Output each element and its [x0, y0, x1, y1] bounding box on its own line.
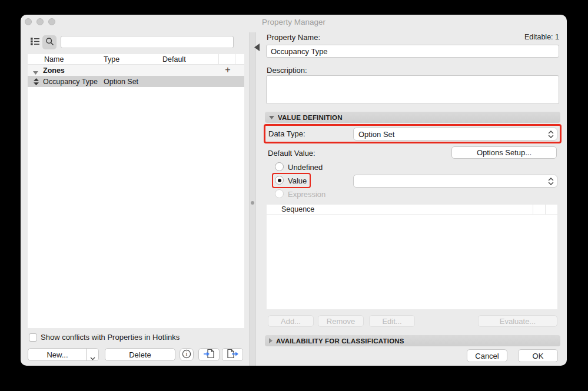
property-row-occupancy-type[interactable]: Occupancy Type Option Set [28, 76, 244, 87]
radio-expression [275, 189, 284, 198]
table-header-row: Name Type Default [28, 54, 244, 65]
search-toggle-button[interactable] [42, 35, 57, 49]
radio-undefined[interactable] [275, 162, 284, 171]
cancel-button-label: Cancel [475, 352, 499, 360]
tree-list-icon [30, 37, 40, 48]
sequence-table: Sequence [267, 205, 557, 309]
new-button[interactable]: New... [28, 348, 99, 361]
tree-view-button[interactable] [28, 35, 42, 49]
add-button: Add... [268, 315, 314, 327]
add-button-label: Add... [281, 317, 301, 326]
column-divider [545, 205, 546, 215]
value-dropdown[interactable] [353, 175, 557, 188]
remove-button-label: Remove [327, 317, 355, 326]
sequence-header-row: Sequence [267, 205, 557, 215]
edit-button: Edit... [369, 315, 415, 327]
reorder-handle-icon[interactable] [34, 78, 39, 87]
show-conflicts-checkbox[interactable] [29, 333, 37, 342]
delete-button-label: Delete [129, 350, 151, 359]
info-button[interactable]: i [180, 348, 194, 361]
remove-button: Remove [318, 315, 364, 327]
button-divider [86, 349, 87, 360]
radio-expression-label: Expression [288, 190, 325, 199]
edit-button-label: Edit... [382, 317, 401, 326]
data-type-value: Option Set [358, 130, 394, 139]
description-input[interactable] [266, 75, 559, 104]
property-manager-window: Property Manager Name Type Defa [21, 15, 567, 366]
column-header-name[interactable]: Name [44, 55, 64, 64]
editable-count: Editable: 1 [524, 33, 559, 41]
group-row-zones[interactable]: Zones + [28, 65, 244, 76]
availability-header[interactable]: AVAILABILITY FOR CLASSIFICATIONS [265, 335, 560, 346]
show-conflicts-label: Show conflicts with Properties in Hotlin… [41, 333, 180, 342]
data-type-dropdown[interactable]: Option Set [353, 128, 557, 141]
sequence-column-header[interactable]: Sequence [281, 205, 314, 213]
options-setup-button[interactable]: Options Setup... [451, 146, 557, 159]
column-divider [218, 54, 219, 65]
add-property-button[interactable]: + [222, 65, 234, 76]
value-definition-title: VALUE DEFINITION [278, 114, 343, 121]
stepper-icon [548, 130, 554, 141]
evaluate-button: Evaluate... [478, 315, 557, 327]
collapse-panel-icon[interactable] [254, 43, 260, 54]
options-setup-label: Options Setup... [477, 148, 531, 157]
default-value-label: Default Value: [268, 149, 315, 158]
disclosure-down-icon[interactable] [33, 68, 38, 76]
splitter-grip[interactable] [251, 201, 254, 205]
radio-value[interactable] [275, 176, 284, 185]
evaluate-button-label: Evaluate... [500, 317, 536, 326]
disclosure-right-icon [269, 338, 273, 343]
search-icon [45, 37, 54, 48]
chevron-down-icon[interactable] [90, 353, 95, 362]
property-type-cell: Option Set [104, 78, 138, 86]
export-icon [227, 349, 239, 360]
property-name-cell: Occupancy Type [43, 78, 98, 86]
properties-table: Name Type Default Zones + Occupancy Type… [28, 54, 244, 328]
info-icon: i [182, 349, 191, 360]
new-button-label: New... [46, 350, 68, 359]
radio-value-label: Value [288, 176, 307, 185]
description-label: Description: [267, 66, 307, 75]
column-header-default[interactable]: Default [162, 55, 186, 64]
stepper-icon [548, 177, 554, 188]
delete-button[interactable]: Delete [105, 348, 175, 361]
disclosure-down-icon [269, 116, 274, 119]
ok-button[interactable]: OK [518, 349, 558, 362]
export-button[interactable] [222, 348, 243, 361]
panel-splitter[interactable] [249, 32, 256, 366]
import-icon [203, 349, 215, 360]
data-type-label: Data Type: [268, 129, 305, 138]
availability-title: AVAILABILITY FOR CLASSIFICATIONS [276, 337, 404, 345]
svg-text:i: i [186, 350, 188, 357]
property-name-input[interactable] [266, 45, 559, 58]
column-divider [533, 205, 533, 215]
import-button[interactable] [198, 348, 220, 361]
property-name-label: Property Name: [267, 33, 320, 42]
window-title: Property Manager [21, 18, 567, 26]
ok-button-label: OK [533, 352, 544, 360]
column-divider [235, 54, 235, 65]
radio-undefined-label: Undefined [288, 163, 323, 172]
search-input[interactable] [61, 36, 234, 48]
column-header-type[interactable]: Type [104, 55, 119, 64]
cancel-button[interactable]: Cancel [467, 349, 507, 362]
value-definition-header[interactable]: VALUE DEFINITION [265, 112, 560, 123]
group-name: Zones [43, 66, 65, 75]
